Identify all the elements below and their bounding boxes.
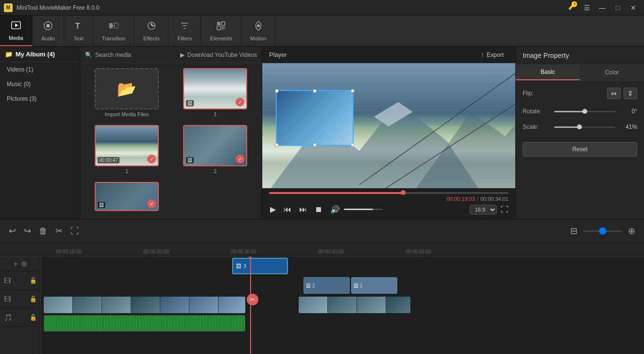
toolbar-elements-label: Elements (210, 35, 232, 41)
transition-icon (108, 20, 119, 34)
audio-strip[interactable] (44, 315, 245, 332)
toolbar-transition[interactable]: Transition (93, 16, 135, 46)
scale-row: Scale: 41% (523, 124, 637, 130)
zoom-in-button[interactable]: ⊕ (626, 224, 637, 238)
audio-track-lock[interactable]: 🔓 (30, 314, 37, 321)
play-button[interactable]: ▶ (269, 204, 277, 215)
zoom-out-button[interactable]: ⊟ (568, 224, 579, 238)
media-thumb-img3[interactable]: 🖼 ✓ (95, 182, 159, 211)
media-item-img2[interactable]: 🖼 ✓ 2 (173, 125, 257, 177)
download-youtube-button[interactable]: ▶ Download YouTube Videos (175, 52, 262, 58)
progress-thumb[interactable] (401, 190, 406, 195)
scale-slider[interactable] (554, 126, 615, 128)
video-track-lock[interactable]: 🔓 (30, 277, 37, 284)
tab-color[interactable]: Color (580, 65, 644, 80)
toolbar-transition-label: Transition (102, 35, 125, 41)
progress-bar[interactable] (269, 192, 508, 194)
rotate-fill (554, 111, 585, 112)
prev-button[interactable]: ⏮ (283, 204, 292, 215)
clip-img-icon: 🖼 (236, 263, 241, 269)
crop-button[interactable]: ⛶ (68, 224, 81, 238)
player-title: Player (269, 51, 287, 58)
search-media[interactable]: 🔍 Search media (80, 52, 175, 58)
playhead[interactable] (250, 257, 251, 354)
media-thumb-vid1[interactable]: 00:00:47 ✓ (95, 125, 159, 166)
sidebar-item-music[interactable]: Music (0) (0, 77, 80, 91)
maximize-button[interactable]: □ (611, 1, 625, 15)
selected-clip[interactable]: 🖼 3 (232, 258, 288, 274)
svg-rect-16 (221, 26, 225, 30)
title-controls[interactable]: 🔑 ☰ — □ ✕ (568, 1, 640, 15)
toolbar-media-label: Media (9, 35, 23, 41)
add-track-icon[interactable]: + (14, 260, 18, 268)
rotate-slider-wrap (554, 111, 615, 112)
media-thumb-img2[interactable]: 🖼 ✓ (183, 125, 247, 166)
scale-slider-wrap (554, 126, 615, 128)
toolbar-text[interactable]: T Text (64, 16, 93, 46)
toolbar-effects[interactable]: Effects (135, 16, 169, 46)
property-tabs: Basic Color (516, 65, 644, 81)
copy-track-icon[interactable]: ⊕ (21, 259, 27, 268)
check-badge-img3: ✓ (147, 199, 156, 208)
image-track-lock[interactable]: 🔓 (30, 296, 37, 302)
timeline-ruler: 00:00:10:00 00:00:20:00 00:00:30:00 00:0… (0, 243, 644, 257)
volume-bar[interactable] (344, 209, 383, 210)
minimize-button[interactable]: — (595, 1, 609, 15)
volume-button[interactable]: 🔊 (329, 204, 341, 215)
media-label-img2: 2 (214, 168, 217, 174)
close-button[interactable]: ✕ (627, 1, 640, 15)
redo-button[interactable]: ↪ (22, 224, 33, 238)
cut-button[interactable]: ✂ (53, 224, 65, 238)
rotate-value: 0° (620, 108, 637, 115)
fullscreen-button[interactable]: ⛶ (501, 205, 508, 214)
aspect-ratio-select[interactable]: 16:9 (470, 205, 497, 214)
audio-waveform (44, 316, 245, 331)
next-button[interactable]: ⏭ (298, 204, 308, 215)
property-content: Flip: ⇔ ⇕ Rotate: 0° (516, 81, 644, 137)
media-item-img1[interactable]: 🖼 ✓ 1 (173, 68, 257, 120)
stop-button[interactable]: ⏹ (314, 204, 323, 215)
tab-basic[interactable]: Basic (516, 65, 580, 80)
player-video (262, 63, 515, 188)
toolbar-filters[interactable]: Filters (169, 16, 201, 46)
undo-button[interactable]: ↩ (7, 224, 18, 238)
clip-selected-label: 3 (243, 263, 246, 269)
import-label: Import Media Files (105, 111, 149, 117)
rotate-thumb[interactable] (582, 109, 587, 114)
ruler-mark-2: 00:00:20:00 (143, 249, 169, 254)
hamburger-button[interactable]: ☰ (580, 1, 593, 15)
toolbar-motion[interactable]: Motion (241, 16, 275, 46)
delete-button[interactable]: 🗑 (37, 224, 50, 238)
main-video-strip[interactable] (44, 297, 245, 313)
image-clip-1[interactable]: 🖼 1 (351, 277, 397, 294)
flip-vertical-button[interactable]: ⇕ (624, 88, 637, 99)
sidebar-item-videos[interactable]: Videos (1) (0, 62, 80, 77)
rotate-slider[interactable] (554, 111, 615, 112)
zoom-slider[interactable] (583, 230, 622, 232)
thumb-r-2 (328, 297, 357, 313)
toolbar-elements[interactable]: Elements (201, 16, 241, 46)
media-import-item[interactable]: 📂 Import Media Files (85, 68, 169, 120)
toolbar: Media Audio T Text Transition Effects Fi… (0, 16, 644, 47)
toolbar-audio[interactable]: Audio (33, 16, 64, 46)
media-grid: 📂 Import Media Files 🖼 ✓ 1 (80, 63, 262, 219)
folder-icon: 📁 (5, 51, 13, 58)
import-thumb[interactable]: 📂 (95, 68, 159, 109)
toolbar-effects-label: Effects (143, 35, 159, 41)
export-button[interactable]: ↑ Export (476, 50, 508, 60)
sidebar-item-pictures[interactable]: Pictures (3) (0, 91, 80, 106)
player-buttons: ▶ ⏮ ⏭ ⏹ 🔊 (269, 204, 383, 215)
check-badge-img2: ✓ (236, 155, 244, 163)
svg-point-17 (257, 24, 260, 27)
media-item-img3[interactable]: 🖼 ✓ (85, 182, 169, 214)
toolbar-media[interactable]: Media (0, 16, 33, 46)
media-item-vid1[interactable]: 00:00:47 ✓ 1 (85, 125, 169, 177)
flip-horizontal-button[interactable]: ⇔ (607, 88, 621, 99)
reset-button[interactable]: Reset (523, 142, 637, 157)
image-clip-2[interactable]: 🖼 2 (304, 277, 350, 294)
media-thumb-img1[interactable]: 🖼 ✓ (183, 68, 247, 109)
right-video-strip[interactable] (299, 297, 410, 313)
scale-thumb[interactable] (577, 124, 582, 129)
title-bar-left: M MiniTool MovieMaker Free 8.0.0 (4, 3, 100, 12)
flip-controls: ⇔ ⇕ (554, 88, 637, 99)
